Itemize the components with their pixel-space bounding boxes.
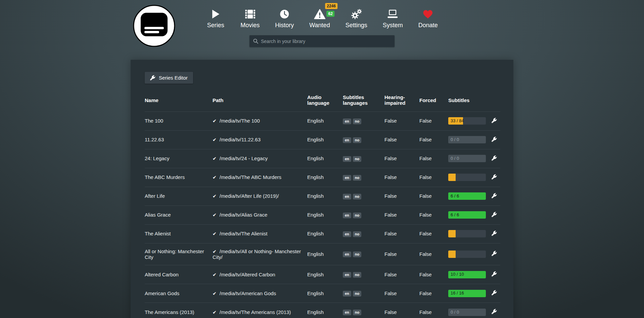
wrench-icon bbox=[492, 212, 497, 217]
edit-series-button[interactable] bbox=[491, 136, 498, 144]
check-icon: ✔ bbox=[213, 272, 217, 277]
edit-series-button[interactable] bbox=[491, 192, 498, 200]
series-editor-button[interactable]: Series Editor bbox=[145, 72, 193, 84]
series-path-text: /media/tv/After Life (2019)/ bbox=[220, 193, 279, 199]
series-row: Altered Carbon✔/media/tv/Altered CarbonE… bbox=[145, 265, 500, 284]
hearing-impaired: False bbox=[384, 303, 419, 318]
language-badge: en bbox=[343, 119, 351, 124]
nav-item-series[interactable]: Series bbox=[206, 8, 225, 29]
library-search bbox=[249, 35, 395, 47]
audio-language: English bbox=[307, 168, 343, 187]
series-path: ✔/media/tv/The Alienist bbox=[213, 224, 307, 243]
series-name[interactable]: 11.22.63 bbox=[145, 130, 213, 149]
subtitles-progress-label: 0 / 0 bbox=[448, 309, 486, 316]
language-badge: no bbox=[353, 156, 361, 162]
edit-series-button[interactable] bbox=[491, 173, 498, 182]
series-row: 11.22.63✔/media/tv/11.22.63EnglishennoFa… bbox=[145, 130, 500, 149]
nav-item-settings[interactable]: Settings bbox=[346, 8, 367, 29]
series-name[interactable]: The ABC Murders bbox=[145, 168, 213, 187]
warning-icon: 224662 bbox=[314, 8, 325, 20]
edit-series-button[interactable] bbox=[491, 230, 498, 238]
check-icon: ✔ bbox=[213, 212, 217, 218]
subtitles-cell: 6 / 6 bbox=[448, 206, 488, 224]
edit-series-button[interactable] bbox=[491, 154, 498, 163]
language-badge: en bbox=[343, 252, 351, 257]
edit-series-button[interactable] bbox=[491, 308, 498, 316]
audio-language: English bbox=[307, 206, 343, 224]
check-icon: ✔ bbox=[213, 193, 217, 199]
forced: False bbox=[419, 111, 448, 130]
series-name[interactable]: 24: Legacy bbox=[145, 149, 213, 168]
subtitles-languages: enno bbox=[343, 243, 384, 265]
subtitles-cell: 33 / 84 bbox=[448, 111, 488, 130]
audio-language: English bbox=[307, 284, 343, 303]
subtitles-languages: enno bbox=[343, 206, 384, 224]
series-table: NamePathAudio languageSubtitles language… bbox=[145, 91, 500, 318]
series-name[interactable]: The Americans (2013) bbox=[145, 303, 213, 318]
audio-language: English bbox=[307, 265, 343, 284]
subtitles-cell bbox=[448, 224, 488, 243]
language-badge: no bbox=[353, 252, 361, 257]
check-icon: ✔ bbox=[213, 249, 217, 254]
wrench-icon bbox=[492, 290, 497, 296]
language-badge: en bbox=[343, 175, 351, 181]
nav-item-history[interactable]: History bbox=[275, 8, 294, 29]
subtitles-languages: enno bbox=[343, 265, 384, 284]
top-header: SeriesMoviesHistory224662WantedSettingsS… bbox=[0, 0, 644, 60]
search-icon bbox=[253, 39, 258, 44]
audio-language: English bbox=[307, 149, 343, 168]
forced: False bbox=[419, 243, 448, 265]
play-icon bbox=[212, 8, 220, 20]
series-name[interactable]: After Life bbox=[145, 187, 213, 206]
series-row: American Gods✔/media/tv/American GodsEng… bbox=[145, 284, 500, 303]
audio-language: English bbox=[307, 187, 343, 206]
nav-item-movies[interactable]: Movies bbox=[240, 8, 260, 29]
check-icon: ✔ bbox=[213, 231, 217, 236]
nav-item-donate[interactable]: Donate bbox=[418, 8, 438, 29]
series-row: The Alienist✔/media/tv/The AlienistEngli… bbox=[145, 224, 500, 243]
series-name[interactable]: All or Nothing: Manchester City bbox=[145, 243, 213, 265]
forced: False bbox=[419, 265, 448, 284]
series-name[interactable]: Alias Grace bbox=[145, 206, 213, 224]
subtitles-languages: enno bbox=[343, 111, 384, 130]
audio-language: English bbox=[307, 111, 343, 130]
search-input[interactable] bbox=[261, 39, 391, 44]
wanted-movies-count-badge: 62 bbox=[327, 11, 334, 17]
subtitles-languages: enno bbox=[343, 149, 384, 168]
column-header: Forced bbox=[419, 91, 448, 111]
subtitles-cell: 6 / 6 bbox=[448, 187, 488, 206]
series-path-text: /media/tv/All or Nothing- Manchester Cit… bbox=[213, 248, 301, 260]
series-name[interactable]: The 100 bbox=[145, 111, 213, 130]
edit-series-button[interactable] bbox=[491, 117, 498, 125]
hearing-impaired: False bbox=[384, 265, 419, 284]
forced: False bbox=[419, 284, 448, 303]
series-name[interactable]: Altered Carbon bbox=[145, 265, 213, 284]
series-path-text: /media/tv/The Americans (2013) bbox=[220, 309, 291, 315]
wrench-icon bbox=[492, 174, 497, 180]
series-name[interactable]: American Gods bbox=[145, 284, 213, 303]
series-path-text: /media/tv/11.22.63 bbox=[220, 137, 261, 142]
language-badge: en bbox=[343, 156, 351, 162]
nav-item-label: Settings bbox=[346, 22, 367, 29]
series-path: ✔/media/tv/American Gods bbox=[213, 284, 307, 303]
bazarr-logo[interactable] bbox=[132, 4, 176, 48]
edit-series-button[interactable] bbox=[491, 211, 498, 219]
subtitles-progress-bar: 6 / 6 bbox=[448, 192, 486, 200]
gears-icon bbox=[351, 8, 362, 20]
nav-item-system[interactable]: System bbox=[383, 8, 403, 29]
edit-series-button[interactable] bbox=[491, 270, 498, 279]
subtitles-cell: 0 / 0 bbox=[448, 149, 488, 168]
wrench-icon bbox=[492, 193, 497, 198]
page: SeriesMoviesHistory224662WantedSettingsS… bbox=[0, 0, 644, 318]
edit-series-button[interactable] bbox=[491, 250, 498, 258]
check-icon: ✔ bbox=[213, 156, 217, 161]
series-editor-label: Series Editor bbox=[159, 75, 188, 81]
language-badge: en bbox=[343, 231, 351, 237]
wrench-icon bbox=[492, 137, 497, 142]
edit-series-button[interactable] bbox=[491, 289, 498, 298]
series-name[interactable]: The Alienist bbox=[145, 224, 213, 243]
nav-item-label: Wanted bbox=[309, 22, 330, 29]
hearing-impaired: False bbox=[384, 284, 419, 303]
subtitles-progress-label: 33 / 84 bbox=[451, 119, 464, 124]
nav-item-wanted[interactable]: 224662Wanted bbox=[309, 8, 330, 29]
